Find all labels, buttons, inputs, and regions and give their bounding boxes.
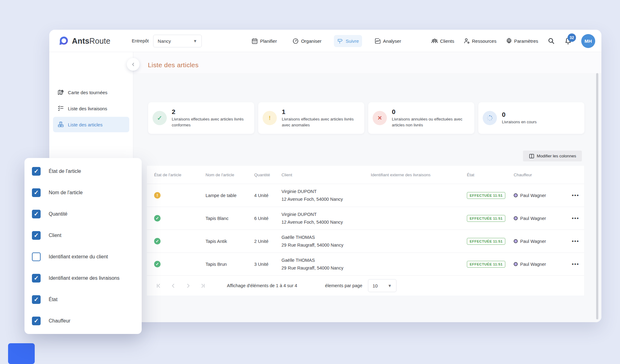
gear-icon (506, 37, 512, 44)
status-badge: EFFECTUÉE 11:51 (467, 192, 505, 199)
checkbox-checked-icon[interactable]: ✓ (32, 295, 41, 304)
checkbox-checked-icon[interactable]: ✓ (32, 317, 41, 325)
article-quantity: 6 Unité (254, 216, 281, 221)
row-actions-button[interactable]: ••• (567, 238, 584, 244)
collapse-sidebar-button[interactable] (127, 58, 140, 71)
row-actions-button[interactable]: ••• (567, 192, 584, 199)
driver-color-dot (514, 262, 518, 266)
warehouse-selector-group: Entrepôt Nancy ▼ (132, 30, 202, 52)
top-bar: AntsRoute Entrepôt Nancy ▼ Plan (49, 30, 601, 52)
checkbox-unchecked-icon[interactable]: ✓ (32, 252, 41, 261)
driver-cell: Paul Wagner (514, 216, 567, 221)
secondary-nav: Clients Ressources (431, 30, 595, 52)
pagination-bar: Affichage d'éléments de 1 à 4 sur 4 élem… (147, 275, 584, 296)
chevron-left-icon (131, 62, 136, 67)
gauge-icon (292, 38, 299, 44)
chart-icon (374, 38, 381, 44)
per-page-select[interactable]: 10 ▼ (368, 279, 396, 292)
row-actions-button[interactable]: ••• (567, 261, 584, 267)
nav-planifier[interactable]: Planifier (248, 35, 280, 47)
avatar[interactable]: MH (581, 34, 595, 48)
content-area: Liste des articles ✓ 2 Livraisons effect… (133, 52, 601, 322)
previous-page-button[interactable] (171, 283, 176, 288)
nav-clients[interactable]: Clients (431, 37, 454, 44)
brand-name: AntsRoute (72, 37, 110, 46)
calendar-icon (251, 38, 258, 44)
nav-organiser[interactable]: Organiser (289, 35, 325, 47)
checkbox-checked-icon[interactable]: ✓ (32, 210, 41, 218)
table-row: ! Lampe de table 4 Unité Virginie DUPONT… (147, 184, 584, 207)
col-header-nom-article: Nom de l'article (206, 173, 254, 177)
notification-count-badge: 32 (568, 33, 576, 42)
table-row: ✓ Tapis Brun 3 Unité Gaëlle THOMAS29 Rue… (147, 252, 584, 275)
checkbox-checked-icon[interactable]: ✓ (32, 167, 41, 176)
stat-cards: ✓ 2 Livraisons effectuées avec articles … (148, 102, 584, 134)
nav-suivre[interactable]: Suivre (334, 35, 362, 47)
chat-widget-fragment[interactable] (8, 343, 35, 364)
modify-columns-button[interactable]: Modifier les colonnes (523, 151, 582, 161)
table-header-row: État de l'article Nom de l'article Quant… (147, 166, 584, 184)
nav-analyser[interactable]: Analyser (371, 35, 404, 47)
checklist-icon (57, 105, 64, 112)
search-button[interactable] (547, 37, 555, 45)
article-quantity: 3 Unité (254, 262, 281, 267)
next-page-button[interactable] (185, 283, 191, 288)
last-page-button[interactable] (200, 283, 205, 288)
article-status-success-icon: ✓ (154, 215, 161, 221)
sidebar-item-liste-des-articles[interactable]: Liste des articles (53, 117, 129, 132)
people-icon (431, 37, 438, 44)
col-header-etat: État (467, 173, 514, 177)
checkbox-checked-icon[interactable]: ✓ (32, 231, 41, 240)
checkbox-checked-icon[interactable]: ✓ (32, 188, 41, 197)
column-toggle-nom-article[interactable]: ✓ Nom de l'article (24, 182, 142, 203)
stat-label: Livraisons effectuées avec articles livr… (282, 116, 359, 128)
driver-color-dot (514, 216, 518, 220)
client-cell: Gaëlle THOMAS29 Rue Raugraff, 54000 Nanc… (281, 257, 371, 272)
col-header-client: Client (281, 173, 371, 177)
client-cell: Virginie DUPONT12 Avenue Foch, 54000 Nan… (281, 211, 371, 226)
article-name: Tapis Blanc (206, 216, 254, 221)
chevron-down-icon: ▼ (193, 39, 197, 43)
nav-parametres[interactable]: Paramètres (506, 37, 538, 44)
article-name: Lampe de table (206, 193, 254, 198)
content-panel: ✓ 2 Livraisons effectuées avec articles … (133, 73, 601, 322)
article-name: Tapis Brun (206, 262, 254, 267)
warehouse-select[interactable]: Nancy ▼ (153, 35, 202, 47)
sidebar-item-carte-des-tournees[interactable]: Carte des tournées (53, 85, 129, 100)
article-status-success-icon: ✓ (154, 261, 161, 267)
first-page-button[interactable] (156, 283, 162, 288)
stat-value: 0 (502, 111, 537, 118)
article-status-warning-icon: ! (154, 192, 161, 199)
row-actions-button[interactable]: ••• (567, 215, 584, 221)
stat-label: Livraisons en cours (502, 119, 537, 125)
checkbox-checked-icon[interactable]: ✓ (32, 274, 41, 283)
person-gear-icon (463, 37, 470, 44)
article-name: Tapis Antik (206, 239, 254, 244)
stat-value: 0 (392, 108, 469, 116)
column-toggle-chauffeur[interactable]: ✓ Chauffeur (24, 310, 142, 331)
vertical-scrollbar[interactable] (596, 73, 598, 319)
notifications-button[interactable]: 32 (564, 37, 572, 45)
column-toggle-etat[interactable]: ✓ État (24, 289, 142, 310)
column-toggle-identifiant-externe-client[interactable]: ✓ Identifiant externe du client (24, 246, 142, 267)
table-row: ✓ Tapis Blanc 6 Unité Virginie DUPONT12 … (147, 207, 584, 230)
app-background: AntsRoute Entrepôt Nancy ▼ Plan (0, 0, 620, 364)
status-badge: EFFECTUÉE 11:51 (467, 238, 505, 245)
column-toggle-etat-article[interactable]: ✓ État de l'article (24, 160, 142, 182)
column-toggle-client[interactable]: ✓ Client (24, 225, 142, 246)
column-toggle-quantite[interactable]: ✓ Quantité (24, 203, 142, 225)
stat-card-anomalies: ! 1 Livraisons effectuées avec articles … (258, 102, 364, 134)
sidebar-item-liste-des-livraisons[interactable]: Liste des livraisons (53, 101, 129, 116)
column-toggle-identifiant-externe-livraisons[interactable]: ✓ Identifiant externe des livraisons (24, 267, 142, 289)
driver-cell: Paul Wagner (514, 239, 567, 244)
col-header-quantite: Quantité (254, 173, 281, 177)
stat-value: 1 (282, 108, 359, 116)
nav-ressources[interactable]: Ressources (463, 37, 496, 44)
search-icon (547, 37, 555, 45)
columns-icon (529, 153, 534, 159)
table-row: ✓ Tapis Antik 2 Unité Gaëlle THOMAS29 Ru… (147, 230, 584, 252)
client-cell: Gaëlle THOMAS29 Rue Raugraff, 54000 Nanc… (281, 234, 371, 249)
status-badge: EFFECTUÉE 11:51 (467, 215, 505, 222)
driver-cell: Paul Wagner (514, 262, 567, 267)
articles-table: État de l'article Nom de l'article Quant… (147, 166, 584, 296)
